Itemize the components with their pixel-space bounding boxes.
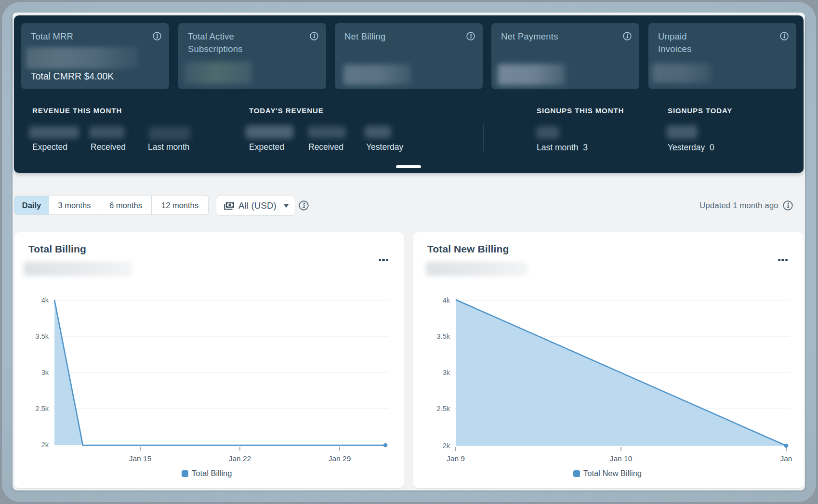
svg-text:Total New Billing: Total New Billing xyxy=(583,469,642,477)
svg-text:3.5k: 3.5k xyxy=(437,332,450,340)
svg-text:Jan 10: Jan 10 xyxy=(610,454,633,463)
svg-text:3k: 3k xyxy=(443,369,450,376)
svg-text:Jan: Jan xyxy=(780,454,792,463)
svg-text:3.5k: 3.5k xyxy=(36,332,49,340)
svg-text:Jan 9: Jan 9 xyxy=(447,454,465,463)
svg-text:Jan 22: Jan 22 xyxy=(229,454,251,463)
svg-text:2k: 2k xyxy=(41,441,49,449)
svg-text:4k: 4k xyxy=(41,296,49,304)
svg-text:2.5k: 2.5k xyxy=(36,405,49,412)
svg-text:Jan 29: Jan 29 xyxy=(329,454,351,463)
svg-text:2.5k: 2.5k xyxy=(437,405,450,412)
svg-text:2k: 2k xyxy=(443,442,450,450)
svg-text:3k: 3k xyxy=(41,369,49,376)
svg-text:Jan 15: Jan 15 xyxy=(129,454,152,463)
svg-text:4k: 4k xyxy=(443,296,450,304)
svg-text:Total Billing: Total Billing xyxy=(192,469,232,477)
